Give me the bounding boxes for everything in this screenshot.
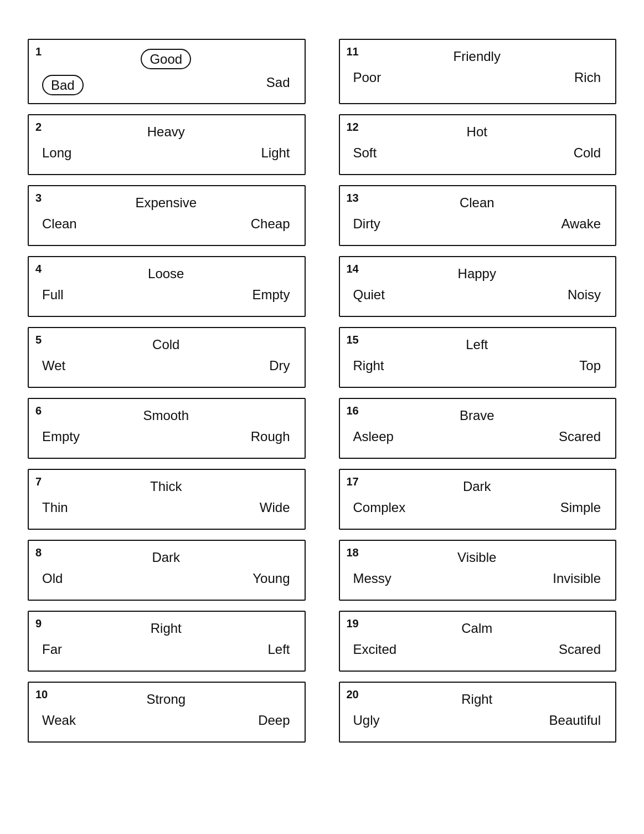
card-17: 17DarkComplexSimple [339, 469, 617, 530]
card-left-word: Right [353, 358, 384, 373]
card-8: 8DarkOldYoung [28, 540, 306, 601]
card-top-word: Friendly [348, 49, 607, 64]
card-left-word: Full [42, 287, 64, 303]
card-15: 15LeftRightTop [339, 327, 617, 388]
card-number: 20 [347, 688, 359, 701]
card-bottom-words: QuietNoisy [348, 287, 607, 303]
card-10: 10StrongWeakDeep [28, 682, 306, 743]
card-left-word: Far [42, 642, 62, 657]
card-bottom-words: DirtyAwake [348, 216, 607, 232]
card-left-word: Excited [353, 642, 397, 657]
card-bottom-words: EmptyRough [37, 429, 296, 444]
card-5: 5ColdWetDry [28, 327, 306, 388]
card-left-word: Thin [42, 500, 68, 515]
card-top-word: Heavy [37, 124, 296, 140]
card-14: 14HappyQuietNoisy [339, 256, 617, 317]
card-3: 3ExpensiveCleanCheap [28, 185, 306, 246]
card-top-word: Dark [37, 550, 296, 565]
card-right-word: Wide [260, 500, 290, 515]
card-right-word: Scared [559, 429, 601, 444]
card-bottom-words: PoorRich [348, 70, 607, 85]
card-number: 13 [347, 192, 359, 204]
card-top-word: Brave [348, 408, 607, 423]
card-number: 17 [347, 475, 359, 488]
card-bottom-words: AsleepScared [348, 429, 607, 444]
card-right-word: Noisy [568, 287, 601, 303]
card-top-word: Hot [348, 124, 607, 140]
card-number: 7 [35, 475, 42, 488]
card-top-word: Happy [348, 266, 607, 282]
card-bottom-words: WeakDeep [37, 713, 296, 728]
card-left-word: Wet [42, 358, 65, 373]
card-right-word: Cold [574, 145, 601, 161]
card-19: 19CalmExcitedScared [339, 611, 617, 672]
card-right-word: Sad [266, 75, 290, 95]
card-number: 15 [347, 334, 359, 346]
card-number: 1 [35, 45, 42, 58]
card-right-word: Rich [574, 70, 601, 85]
card-left-word: Quiet [353, 287, 385, 303]
card-top-word: Good [37, 49, 296, 69]
card-top-word: Smooth [37, 408, 296, 423]
card-bottom-words: CleanCheap [37, 216, 296, 232]
card-number: 9 [35, 617, 42, 630]
card-right-word: Left [267, 642, 290, 657]
card-top-word: Clean [348, 195, 607, 211]
card-number: 4 [35, 263, 42, 275]
card-right-word: Scared [559, 642, 601, 657]
card-number: 18 [347, 546, 359, 559]
card-left-word: Weak [42, 713, 76, 728]
card-number: 11 [347, 45, 359, 58]
card-right-word: Simple [560, 500, 601, 515]
card-top-word: Loose [37, 266, 296, 282]
card-bottom-words: ThinWide [37, 500, 296, 515]
card-bottom-words: OldYoung [37, 571, 296, 586]
card-left-word: Asleep [353, 429, 394, 444]
card-bottom-words: SoftCold [348, 145, 607, 161]
card-right-word: Deep [258, 713, 290, 728]
card-11: 11FriendlyPoorRich [339, 39, 617, 104]
card-number: 2 [35, 121, 42, 134]
card-top-word: Strong [37, 692, 296, 707]
card-top-word: Left [348, 337, 607, 352]
card-left-word: Empty [42, 429, 80, 444]
card-12: 12HotSoftCold [339, 114, 617, 175]
card-top-word: Visible [348, 550, 607, 565]
card-bottom-words: ExcitedScared [348, 642, 607, 657]
card-left-word: Complex [353, 500, 406, 515]
card-6: 6SmoothEmptyRough [28, 398, 306, 459]
card-right-word: Cheap [251, 216, 290, 232]
card-right-word: Dry [269, 358, 290, 373]
card-bottom-words: FullEmpty [37, 287, 296, 303]
card-top-word: Right [348, 692, 607, 707]
card-number: 6 [35, 405, 42, 417]
card-13: 13CleanDirtyAwake [339, 185, 617, 246]
card-left-word: Messy [353, 571, 391, 586]
card-bottom-words: LongLight [37, 145, 296, 161]
card-left-word: Bad [42, 75, 84, 95]
card-left-word: Soft [353, 145, 377, 161]
card-bottom-words: RightTop [348, 358, 607, 373]
card-bottom-words: FarLeft [37, 642, 296, 657]
card-left-word: Old [42, 571, 63, 586]
card-number: 8 [35, 546, 42, 559]
card-right-word: Rough [251, 429, 290, 444]
card-18: 18VisibleMessyInvisible [339, 540, 617, 601]
card-top-word: Calm [348, 621, 607, 636]
card-4: 4LooseFullEmpty [28, 256, 306, 317]
card-left-word: Long [42, 145, 71, 161]
card-number: 10 [35, 688, 48, 701]
card-right-word: Invisible [553, 571, 601, 586]
card-2: 2HeavyLongLight [28, 114, 306, 175]
card-left-word: Ugly [353, 713, 380, 728]
card-left-word: Clean [42, 216, 77, 232]
cards-grid: 1GoodBadSad11FriendlyPoorRich2HeavyLongL… [28, 39, 616, 743]
card-number: 19 [347, 617, 359, 630]
card-top-word: Right [37, 621, 296, 636]
card-top-word: Dark [348, 479, 607, 494]
card-left-word: Poor [353, 70, 382, 85]
card-left-word: Dirty [353, 216, 380, 232]
card-right-word: Young [253, 571, 290, 586]
card-number: 3 [35, 192, 42, 204]
card-1: 1GoodBadSad [28, 39, 306, 104]
